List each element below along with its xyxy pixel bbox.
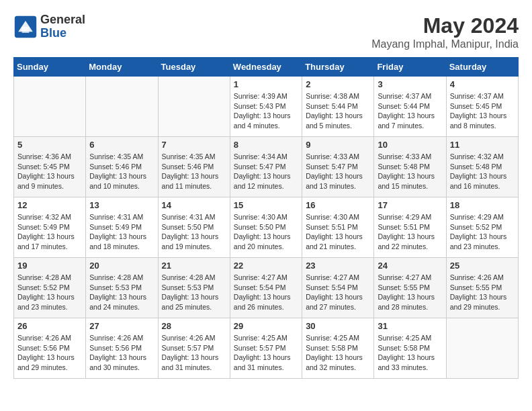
weekday-tuesday: Tuesday [158,58,230,77]
day-number: 22 [234,261,298,271]
weekday-friday: Friday [374,58,446,77]
day-info: Sunrise: 4:31 AMSunset: 5:49 PMDaylight:… [89,212,154,252]
day-number: 3 [378,79,442,89]
day-info: Sunrise: 4:26 AMSunset: 5:56 PMDaylight:… [89,333,154,373]
calendar-cell: 10Sunrise: 4:33 AMSunset: 5:48 PMDayligh… [374,137,446,197]
day-info: Sunrise: 4:27 AMSunset: 5:54 PMDaylight:… [306,273,370,312]
day-number: 19 [17,261,82,271]
calendar-cell: 27Sunrise: 4:26 AMSunset: 5:56 PMDayligh… [86,318,158,379]
calendar-cell: 18Sunrise: 4:29 AMSunset: 5:52 PMDayligh… [446,197,518,258]
day-number: 23 [306,261,370,271]
calendar-cell: 31Sunrise: 4:25 AMSunset: 5:58 PMDayligh… [374,318,446,379]
header: General Blue May 2024 Mayang Imphal, Man… [13,13,519,50]
day-info: Sunrise: 4:30 AMSunset: 5:50 PMDaylight:… [234,212,298,252]
calendar-cell: 16Sunrise: 4:30 AMSunset: 5:51 PMDayligh… [302,197,374,258]
day-info: Sunrise: 4:32 AMSunset: 5:48 PMDaylight:… [450,152,515,191]
week-row-3: 12Sunrise: 4:32 AMSunset: 5:49 PMDayligh… [14,197,519,258]
calendar-cell: 4Sunrise: 4:37 AMSunset: 5:45 PMDaylight… [446,77,518,137]
calendar-body: 1Sunrise: 4:39 AMSunset: 5:43 PMDaylight… [14,77,519,379]
day-info: Sunrise: 4:26 AMSunset: 5:55 PMDaylight:… [450,273,515,312]
week-row-5: 26Sunrise: 4:26 AMSunset: 5:56 PMDayligh… [14,318,519,379]
weekday-header: SundayMondayTuesdayWednesdayThursdayFrid… [14,58,519,77]
day-info: Sunrise: 4:25 AMSunset: 5:57 PMDaylight:… [234,333,298,373]
calendar-cell: 5Sunrise: 4:36 AMSunset: 5:45 PMDaylight… [14,137,86,197]
day-number: 11 [450,140,515,150]
day-info: Sunrise: 4:37 AMSunset: 5:45 PMDaylight:… [450,91,515,131]
calendar-cell: 29Sunrise: 4:25 AMSunset: 5:57 PMDayligh… [230,318,302,379]
calendar-cell: 1Sunrise: 4:39 AMSunset: 5:43 PMDaylight… [230,77,302,137]
day-number: 5 [17,140,82,150]
week-row-4: 19Sunrise: 4:28 AMSunset: 5:52 PMDayligh… [14,258,519,318]
day-number: 1 [234,79,298,89]
calendar-cell: 25Sunrise: 4:26 AMSunset: 5:55 PMDayligh… [446,258,518,318]
day-number: 29 [234,321,298,331]
calendar-cell [14,77,86,137]
day-number: 18 [450,200,515,210]
day-info: Sunrise: 4:28 AMSunset: 5:53 PMDaylight:… [89,273,154,312]
day-info: Sunrise: 4:29 AMSunset: 5:52 PMDaylight:… [450,212,515,252]
title-area: May 2024 Mayang Imphal, Manipur, India [371,13,519,50]
calendar-cell: 22Sunrise: 4:27 AMSunset: 5:54 PMDayligh… [230,258,302,318]
day-number: 14 [162,200,226,210]
logo: General Blue [13,13,85,40]
calendar-cell: 9Sunrise: 4:33 AMSunset: 5:47 PMDaylight… [302,137,374,197]
day-info: Sunrise: 4:32 AMSunset: 5:49 PMDaylight:… [17,212,82,252]
day-info: Sunrise: 4:33 AMSunset: 5:48 PMDaylight:… [378,152,442,191]
day-info: Sunrise: 4:25 AMSunset: 5:58 PMDaylight:… [306,333,370,373]
day-info: Sunrise: 4:36 AMSunset: 5:45 PMDaylight:… [17,152,82,191]
weekday-monday: Monday [86,58,158,77]
weekday-sunday: Sunday [14,58,86,77]
day-number: 27 [89,321,154,331]
day-number: 31 [378,321,442,331]
calendar-cell: 17Sunrise: 4:29 AMSunset: 5:51 PMDayligh… [374,197,446,258]
day-info: Sunrise: 4:28 AMSunset: 5:52 PMDaylight:… [17,273,82,312]
day-number: 13 [89,200,154,210]
calendar-cell: 13Sunrise: 4:31 AMSunset: 5:49 PMDayligh… [86,197,158,258]
day-info: Sunrise: 4:31 AMSunset: 5:50 PMDaylight:… [162,212,226,252]
day-number: 20 [89,261,154,271]
day-info: Sunrise: 4:29 AMSunset: 5:51 PMDaylight:… [378,212,442,252]
day-number: 10 [378,140,442,150]
calendar-cell: 26Sunrise: 4:26 AMSunset: 5:56 PMDayligh… [14,318,86,379]
main-title: May 2024 [371,13,519,38]
calendar-cell: 20Sunrise: 4:28 AMSunset: 5:53 PMDayligh… [86,258,158,318]
day-number: 6 [89,140,154,150]
day-info: Sunrise: 4:25 AMSunset: 5:58 PMDaylight:… [378,333,442,373]
day-number: 30 [306,321,370,331]
day-number: 8 [234,140,298,150]
calendar-cell [446,318,518,379]
day-info: Sunrise: 4:33 AMSunset: 5:47 PMDaylight:… [306,152,370,191]
day-info: Sunrise: 4:27 AMSunset: 5:54 PMDaylight:… [234,273,298,312]
week-row-1: 1Sunrise: 4:39 AMSunset: 5:43 PMDaylight… [14,77,519,137]
day-info: Sunrise: 4:26 AMSunset: 5:57 PMDaylight:… [162,333,226,373]
calendar-cell: 2Sunrise: 4:38 AMSunset: 5:44 PMDaylight… [302,77,374,137]
calendar-cell: 30Sunrise: 4:25 AMSunset: 5:58 PMDayligh… [302,318,374,379]
svg-rect-2 [22,27,30,33]
weekday-saturday: Saturday [446,58,518,77]
logo-text: General Blue [40,13,85,40]
calendar: SundayMondayTuesdayWednesdayThursdayFrid… [13,57,519,379]
day-number: 7 [162,140,226,150]
day-number: 25 [450,261,515,271]
day-number: 9 [306,140,370,150]
calendar-cell: 8Sunrise: 4:34 AMSunset: 5:47 PMDaylight… [230,137,302,197]
calendar-cell: 24Sunrise: 4:27 AMSunset: 5:55 PMDayligh… [374,258,446,318]
calendar-cell [158,77,230,137]
logo-icon [13,15,38,39]
day-number: 24 [378,261,442,271]
day-info: Sunrise: 4:39 AMSunset: 5:43 PMDaylight:… [234,91,298,131]
day-info: Sunrise: 4:26 AMSunset: 5:56 PMDaylight:… [17,333,82,373]
day-number: 26 [17,321,82,331]
calendar-cell: 28Sunrise: 4:26 AMSunset: 5:57 PMDayligh… [158,318,230,379]
day-info: Sunrise: 4:35 AMSunset: 5:46 PMDaylight:… [162,152,226,191]
day-number: 12 [17,200,82,210]
calendar-cell: 23Sunrise: 4:27 AMSunset: 5:54 PMDayligh… [302,258,374,318]
weekday-thursday: Thursday [302,58,374,77]
subtitle: Mayang Imphal, Manipur, India [371,38,519,50]
day-number: 16 [306,200,370,210]
day-number: 21 [162,261,226,271]
weekday-wednesday: Wednesday [230,58,302,77]
calendar-cell: 3Sunrise: 4:37 AMSunset: 5:44 PMDaylight… [374,77,446,137]
day-info: Sunrise: 4:27 AMSunset: 5:55 PMDaylight:… [378,273,442,312]
day-info: Sunrise: 4:38 AMSunset: 5:44 PMDaylight:… [306,91,370,131]
